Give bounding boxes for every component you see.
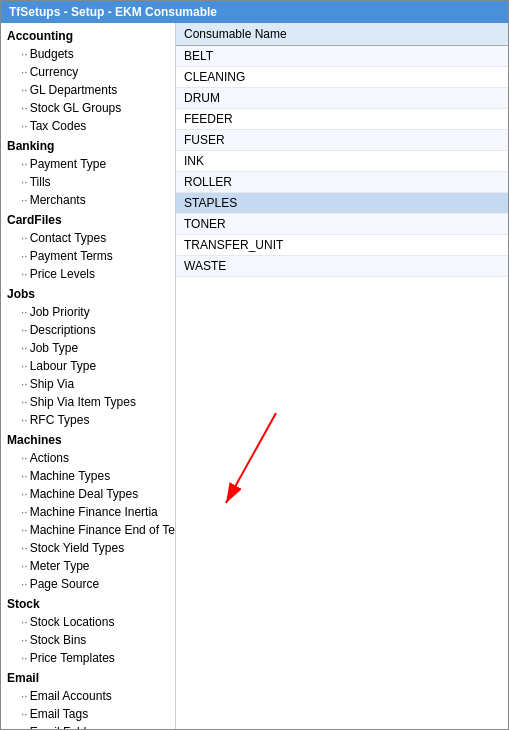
sidebar-item-meter-type[interactable]: Meter Type bbox=[1, 557, 175, 575]
sidebar-section-title-stock: Stock bbox=[1, 595, 175, 613]
list-item[interactable]: TONER bbox=[176, 214, 508, 235]
list-item[interactable]: TRANSFER_UNIT bbox=[176, 235, 508, 256]
sidebar-item-machine-types[interactable]: Machine Types bbox=[1, 467, 175, 485]
data-list: BELTCLEANINGDRUMFEEDERFUSERINKROLLERSTAP… bbox=[176, 46, 508, 729]
sidebar-item-price-levels[interactable]: Price Levels bbox=[1, 265, 175, 283]
sidebar-item-stock-gl-groups[interactable]: Stock GL Groups bbox=[1, 99, 175, 117]
sidebar-item-tills[interactable]: Tills bbox=[1, 173, 175, 191]
sidebar-section-machines: MachinesActionsMachine TypesMachine Deal… bbox=[1, 431, 175, 593]
sidebar-item-machine-finance-inertia[interactable]: Machine Finance Inertia bbox=[1, 503, 175, 521]
column-header: Consumable Name bbox=[176, 23, 508, 46]
list-item[interactable]: ROLLER bbox=[176, 172, 508, 193]
sidebar-item-email-tags[interactable]: Email Tags bbox=[1, 705, 175, 723]
sidebar-section-title-machines: Machines bbox=[1, 431, 175, 449]
sidebar-item-email-accounts[interactable]: Email Accounts bbox=[1, 687, 175, 705]
sidebar-item-payment-type[interactable]: Payment Type bbox=[1, 155, 175, 173]
list-item[interactable]: WASTE bbox=[176, 256, 508, 277]
sidebar-item-contact-types[interactable]: Contact Types bbox=[1, 229, 175, 247]
sidebar-item-stock-yield-types[interactable]: Stock Yield Types bbox=[1, 539, 175, 557]
sidebar-item-machine-deal-types[interactable]: Machine Deal Types bbox=[1, 485, 175, 503]
sidebar-item-rfc-types[interactable]: RFC Types bbox=[1, 411, 175, 429]
main-content: Consumable Name BELTCLEANINGDRUMFEEDERFU… bbox=[176, 23, 508, 729]
sidebar-item-labour-type[interactable]: Labour Type bbox=[1, 357, 175, 375]
sidebar-item-budgets[interactable]: Budgets bbox=[1, 45, 175, 63]
sidebar-section-banking: BankingPayment TypeTillsMerchants bbox=[1, 137, 175, 209]
sidebar-item-merchants[interactable]: Merchants bbox=[1, 191, 175, 209]
sidebar-section-email: EmailEmail AccountsEmail TagsEmail Folde… bbox=[1, 669, 175, 729]
sidebar: AccountingBudgetsCurrencyGL DepartmentsS… bbox=[1, 23, 176, 729]
sidebar-item-stock-locations[interactable]: Stock Locations bbox=[1, 613, 175, 631]
list-item[interactable]: DRUM bbox=[176, 88, 508, 109]
sidebar-item-descriptions[interactable]: Descriptions bbox=[1, 321, 175, 339]
list-item[interactable]: INK bbox=[176, 151, 508, 172]
sidebar-item-job-type[interactable]: Job Type bbox=[1, 339, 175, 357]
list-item[interactable]: FEEDER bbox=[176, 109, 508, 130]
list-item[interactable]: STAPLES bbox=[176, 193, 508, 214]
data-panel: Consumable Name BELTCLEANINGDRUMFEEDERFU… bbox=[176, 23, 508, 729]
sidebar-section-accounting: AccountingBudgetsCurrencyGL DepartmentsS… bbox=[1, 27, 175, 135]
sidebar-section-title-cardfiles: CardFiles bbox=[1, 211, 175, 229]
sidebar-item-ship-via[interactable]: Ship Via bbox=[1, 375, 175, 393]
sidebar-section-cardfiles: CardFilesContact TypesPayment TermsPrice… bbox=[1, 211, 175, 283]
sidebar-section-title-jobs: Jobs bbox=[1, 285, 175, 303]
main-window: TfSetups - Setup - EKM Consumable Accoun… bbox=[0, 0, 509, 730]
list-item[interactable]: CLEANING bbox=[176, 67, 508, 88]
sidebar-item-tax-codes[interactable]: Tax Codes bbox=[1, 117, 175, 135]
list-item[interactable]: FUSER bbox=[176, 130, 508, 151]
sidebar-item-email-folders[interactable]: Email Folders bbox=[1, 723, 175, 729]
sidebar-item-stock-bins[interactable]: Stock Bins bbox=[1, 631, 175, 649]
sidebar-item-price-templates[interactable]: Price Templates bbox=[1, 649, 175, 667]
content-area: AccountingBudgetsCurrencyGL DepartmentsS… bbox=[1, 23, 508, 729]
title-bar: TfSetups - Setup - EKM Consumable bbox=[1, 1, 508, 23]
sidebar-section-jobs: JobsJob PriorityDescriptionsJob TypeLabo… bbox=[1, 285, 175, 429]
window-title: TfSetups - Setup - EKM Consumable bbox=[9, 5, 217, 19]
sidebar-item-page-source[interactable]: Page Source bbox=[1, 575, 175, 593]
sidebar-section-title-email: Email bbox=[1, 669, 175, 687]
sidebar-item-machine-finance-end-of-term[interactable]: Machine Finance End of Term bbox=[1, 521, 175, 539]
sidebar-item-gl-departments[interactable]: GL Departments bbox=[1, 81, 175, 99]
sidebar-item-actions[interactable]: Actions bbox=[1, 449, 175, 467]
sidebar-item-currency[interactable]: Currency bbox=[1, 63, 175, 81]
sidebar-item-payment-terms[interactable]: Payment Terms bbox=[1, 247, 175, 265]
sidebar-item-job-priority[interactable]: Job Priority bbox=[1, 303, 175, 321]
list-item[interactable]: BELT bbox=[176, 46, 508, 67]
sidebar-section-title-banking: Banking bbox=[1, 137, 175, 155]
sidebar-section-title-accounting: Accounting bbox=[1, 27, 175, 45]
sidebar-section-stock: StockStock LocationsStock BinsPrice Temp… bbox=[1, 595, 175, 667]
sidebar-item-ship-via-item-types[interactable]: Ship Via Item Types bbox=[1, 393, 175, 411]
